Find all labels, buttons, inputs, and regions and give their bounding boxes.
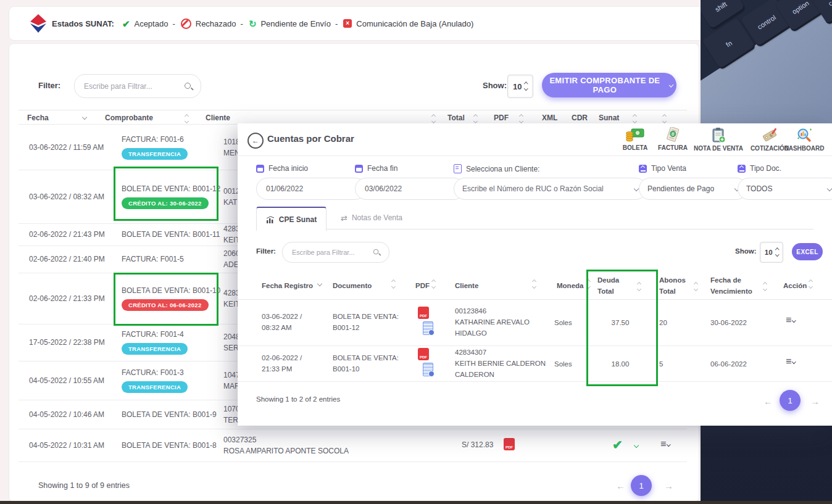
chevron-down-icon (827, 186, 832, 191)
tab-label: Notas de Venta (352, 213, 402, 222)
chart-icon (266, 216, 275, 223)
sort-icon[interactable] (638, 283, 641, 291)
cell-comprobante: FACTURA: F001-6 TRANSFERENCIA (122, 135, 223, 160)
sort-icon[interactable] (809, 280, 812, 288)
panel-show-label: Show: (735, 247, 757, 255)
sort-icon[interactable] (520, 115, 523, 123)
cell-fecha: 02-06-2022 / 21:40 PM (19, 255, 122, 263)
receivable-row[interactable]: 03-06-2022 /08:32 AM BOLETA DE VENTA:B00… (238, 299, 832, 346)
table-row[interactable]: 04-05-2022 / 10:31 AM BOLETA DE VENTA: B… (19, 429, 687, 462)
col-header-total[interactable]: Total (447, 114, 465, 122)
header-line: Vencimiento (710, 287, 752, 295)
sort-icon[interactable] (432, 280, 435, 288)
cliente-select[interactable]: Escribe el Número de RUC o Razón Social (454, 178, 647, 200)
col-header-fecha[interactable]: Fecha (27, 114, 49, 122)
tab-notas-de-venta[interactable]: Notas de Venta (325, 207, 418, 229)
col-header-vencimiento[interactable]: Fecha deVencimiento (710, 275, 752, 297)
row-action-menu[interactable] (786, 315, 796, 326)
legend-label: Pendiente de Envío (260, 19, 330, 28)
sort-icon[interactable] (663, 115, 666, 123)
doc-label: BOLETA DE VENTA: B001-12 (122, 184, 220, 193)
type-icon (639, 165, 647, 173)
receipt-icon[interactable] (423, 321, 433, 335)
legend-title: Estados SUNAT: (52, 19, 114, 28)
sort-icon[interactable] (633, 115, 636, 123)
col-header-xml[interactable]: XML (542, 114, 557, 122)
row-action-menu[interactable] (786, 357, 796, 368)
cell-deuda-total: 18.00 (593, 358, 648, 370)
col-header-pdf[interactable]: PDF (494, 114, 509, 122)
fecha-inicio-input-wrap (256, 178, 366, 200)
sort-icon[interactable] (432, 115, 435, 123)
pagination-prev-icon[interactable] (616, 481, 625, 490)
pagination-prev-icon[interactable] (763, 397, 773, 406)
col-header-cdr[interactable]: CDR (572, 114, 588, 122)
sort-icon[interactable] (392, 280, 395, 288)
sort-icon[interactable] (185, 115, 188, 123)
receipt-icon[interactable] (423, 363, 433, 376)
search-icon (373, 249, 380, 256)
nav-dashboard[interactable]: DASHBOARD (776, 127, 832, 152)
col-header-documento[interactable]: Documento (333, 280, 372, 291)
sort-icon[interactable] (694, 283, 697, 291)
cell-fecha-registro: 02-06-2022 /21:33 PM (262, 352, 302, 374)
nav-label: DASHBOARD (784, 145, 825, 152)
pagination-page-1[interactable]: 1 (631, 475, 652, 496)
key-label: option (791, 0, 810, 15)
panel-entries-summary: Showing 1 to 2 of 2 entries (256, 395, 340, 403)
x-square-icon (343, 19, 352, 28)
back-icon[interactable] (248, 133, 264, 149)
row-action-menu[interactable] (660, 439, 670, 449)
nav-label: NOTA DE VENTA (694, 145, 743, 152)
legend-item-pendiente: Pendiente de Envío - (249, 19, 338, 28)
payment-badge: TRANSFERENCIA (122, 381, 188, 393)
sort-icon[interactable] (763, 283, 767, 291)
type-icon (738, 165, 746, 173)
col-header-sunat[interactable]: Sunat (599, 114, 619, 122)
cell-documento: BOLETA DE VENTA:B001-12 (333, 311, 399, 333)
col-header-accion[interactable]: Acción (783, 280, 807, 291)
receivable-row[interactable]: 02-06-2022 /21:33 PM BOLETA DE VENTA:B00… (238, 345, 832, 382)
col-header-pdf[interactable]: PDF (415, 280, 430, 291)
chevron-down-icon (634, 186, 639, 191)
sort-desc-icon[interactable] (317, 281, 322, 286)
tab-cpe-sunat[interactable]: CPE Sunat (256, 207, 327, 231)
pdf-icon[interactable]: PDF (418, 307, 429, 319)
page-size-value: 10 (765, 249, 773, 256)
pagination-next-icon[interactable] (810, 397, 820, 406)
cell-comprobante: FACTURA: F001-5 (122, 255, 223, 263)
panel-filter-input[interactable] (291, 248, 368, 257)
col-header-fecha-registro[interactable]: Fecha Registro (262, 280, 313, 291)
col-header-deuda-total[interactable]: DeudaTotal (597, 275, 619, 297)
status-expand-chevron-icon[interactable] (634, 443, 639, 448)
page-size-select[interactable]: 10 (507, 75, 533, 98)
tipo-doc-select[interactable]: TODOS (738, 178, 832, 200)
cell-comprobante: FACTURA: F001-4 TRANSFERENCIA (122, 330, 223, 355)
sort-icon[interactable] (533, 280, 536, 288)
panel-page-size-select[interactable]: 10 (760, 242, 783, 263)
fecha-inicio-input[interactable] (265, 184, 357, 194)
sort-icon[interactable] (587, 280, 590, 288)
legend-separator: - (241, 19, 243, 28)
pdf-icon[interactable]: PDF (504, 438, 515, 450)
sort-icon[interactable] (474, 115, 477, 123)
col-header-cliente[interactable]: Cliente (206, 114, 230, 122)
pagination-next-icon[interactable] (664, 481, 673, 490)
col-header-moneda[interactable]: Moneda (557, 280, 583, 291)
col-header-comprobante[interactable]: Comprobante (105, 114, 153, 122)
filter-input[interactable] (83, 81, 180, 91)
nav-nota-de-venta[interactable]: NOTA DE VENTA (690, 127, 747, 152)
tipo-venta-select[interactable]: Pendientes de Pago (639, 178, 747, 200)
col-header-abonos-total[interactable]: AbonosTotal (659, 275, 686, 297)
doc-label: FACTURA: F001-5 (122, 255, 184, 263)
excel-export-button[interactable]: EXCEL (792, 243, 823, 260)
fecha-fin-input[interactable] (364, 184, 456, 194)
label-text: Tipo Doc. (750, 164, 781, 173)
cuentas-por-cobrar-panel: Cuentas por Cobrar BOLETA $ (238, 123, 832, 426)
emit-receipt-button[interactable]: EMITIR COMPROBANTE DE PAGO (542, 73, 676, 97)
dashboard-icon (796, 127, 812, 143)
doc-label: BOLETA DE VENTA: B001-9 (122, 410, 217, 419)
pdf-icon[interactable]: PDF (418, 348, 429, 360)
col-header-cliente[interactable]: Cliente (455, 280, 478, 291)
pagination-page-1[interactable]: 1 (780, 390, 801, 411)
